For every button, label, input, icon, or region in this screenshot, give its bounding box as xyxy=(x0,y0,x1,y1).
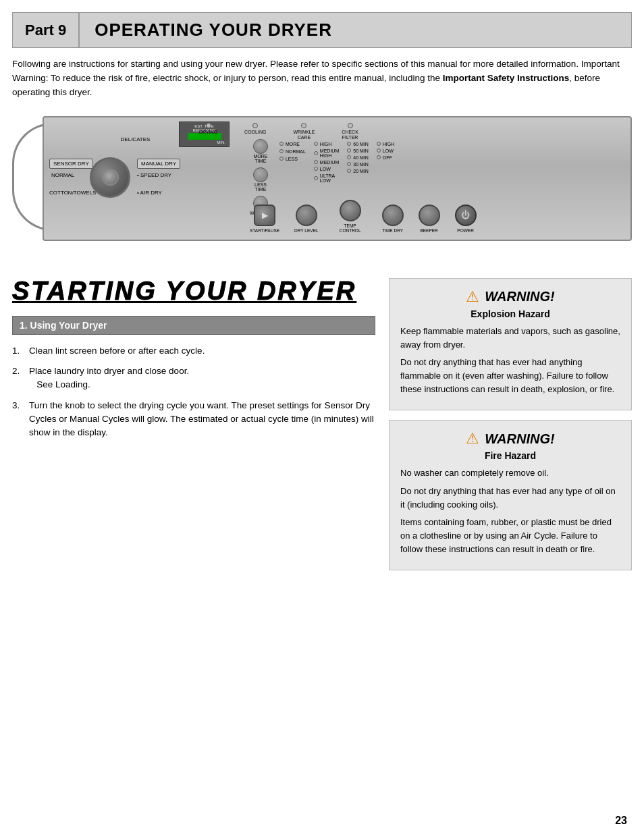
more-time-button[interactable] xyxy=(253,139,268,154)
explosion-warning-subtitle: Explosion Hazard xyxy=(400,308,620,319)
status-filter: CHECKFILTER xyxy=(342,123,358,141)
beeper-button[interactable] xyxy=(419,205,440,226)
fire-warning-box: ⚠ WARNING! Fire Hazard No washer can com… xyxy=(389,420,632,570)
item1-text: Clean lint screen before or after each c… xyxy=(29,344,205,358)
right-off: OFF xyxy=(377,155,395,160)
fire-warning-title: WARNING! xyxy=(485,431,554,447)
filter-indicator xyxy=(348,123,353,128)
panel-diagram: EST. TIME REMAINING MIN. DRYING COOLING … xyxy=(12,109,632,258)
fire-para1: No washer can completely remove oil. xyxy=(400,466,620,480)
manual-dry-button[interactable]: MANUAL DRY xyxy=(137,159,180,169)
more-time-label: MORETIME xyxy=(253,154,267,163)
item3-num: 3. xyxy=(12,399,26,440)
explosion-warning-text: Keep flammable materials and vapors, suc… xyxy=(400,325,620,397)
power-group: ⏻ POWER xyxy=(455,205,477,233)
time-dry-label: TIME DRY xyxy=(382,228,403,233)
item1-num: 1. xyxy=(12,344,26,358)
cycle-knob[interactable] xyxy=(90,157,130,198)
status-indicators: DRYING COOLING WRINKLECARE CHECKFILTER xyxy=(199,123,358,141)
time-40: 40 MIN xyxy=(347,155,369,160)
cooling-indicator xyxy=(252,123,258,128)
fire-warning-subtitle: Fire Hazard xyxy=(400,450,620,461)
drying-label: DRYING xyxy=(199,130,217,135)
air-dry-label: • AIR DRY xyxy=(137,190,162,196)
cycle-selector-area: DELICATES SENSOR DRY MANUAL DRY NORMAL •… xyxy=(49,136,184,205)
dry-level-label: DRY LEVEL xyxy=(294,228,319,233)
explosion-warning-box: ⚠ WARNING! Explosion Hazard Keep flammab… xyxy=(389,278,632,411)
dry-level-button[interactable] xyxy=(296,205,317,226)
explosion-warning-title: WARNING! xyxy=(485,289,554,304)
less-time-btn-group: LESSTIME xyxy=(250,167,271,192)
temp-med-high: MEDIUMHIGH xyxy=(314,148,339,158)
power-label: POWER xyxy=(457,228,474,233)
start-pause-label: START/PAUSE xyxy=(250,228,279,233)
fire-para3: Items containing foam, rubber, or plasti… xyxy=(400,516,620,556)
explosion-warning-header: ⚠ WARNING! xyxy=(400,288,620,306)
beeper-group: BEEPER xyxy=(419,205,440,233)
fire-warning-header: ⚠ WARNING! xyxy=(400,430,620,448)
intro-text: Following are instructions for starting … xyxy=(12,57,632,100)
intro-bold: Important Safety Instructions xyxy=(443,73,570,83)
left-column: STARTING YOUR DRYER 1. Using Your Dryer … xyxy=(12,278,389,571)
knob-inner xyxy=(102,169,119,186)
status-wrinkle: WRINKLECARE xyxy=(293,123,315,141)
temp-ultra-low: ULTRALOW xyxy=(314,173,339,183)
cooling-label: COOLING xyxy=(244,130,266,135)
main-content: STARTING YOUR DRYER 1. Using Your Dryer … xyxy=(12,278,632,571)
section1-header: 1. Using Your Dryer xyxy=(12,316,375,335)
drying-indicator xyxy=(206,123,211,128)
item2-text: Place laundry into dryer and close door.… xyxy=(29,364,189,392)
panel-body: EST. TIME REMAINING MIN. DRYING COOLING … xyxy=(43,116,632,241)
temp-control-button[interactable] xyxy=(340,200,361,221)
less-time-button[interactable] xyxy=(253,167,268,182)
temp-low: LOW xyxy=(314,167,339,171)
more-time-btn-group: MORETIME xyxy=(250,139,271,163)
time-50: 50 MIN xyxy=(347,148,369,153)
dl-more: MORE xyxy=(279,142,306,146)
dl-normal: NORMAL xyxy=(279,149,306,154)
dl-less: LESS xyxy=(279,157,306,161)
page-number: 23 xyxy=(615,815,627,827)
temp-med: MEDIUM xyxy=(314,160,339,165)
explosion-para2: Do not dry anything that has ever had an… xyxy=(400,356,620,396)
list-item-1: 1. Clean lint screen before or after eac… xyxy=(12,344,375,358)
item2-num: 2. xyxy=(12,364,26,392)
fire-para2: Do not dry anything that has ever had an… xyxy=(400,485,620,512)
status-drying: DRYING xyxy=(199,123,217,141)
section1-list: 1. Clean lint screen before or after eac… xyxy=(12,344,375,440)
temp-control-group: TEMP CONTROL xyxy=(333,200,367,233)
wrinkle-indicator xyxy=(301,123,306,128)
explosion-para1: Keep flammable materials and vapors, suc… xyxy=(400,325,620,352)
cotton-towels-label: COTTON/TOWELS xyxy=(49,190,97,196)
time-60: 60 MIN xyxy=(347,142,369,146)
temp-control-label: TEMP CONTROL xyxy=(333,223,367,233)
beeper-label: BEEPER xyxy=(420,228,437,233)
time-dry-group: TIME DRY xyxy=(382,205,404,233)
item3-text: Turn the knob to select the drying cycle… xyxy=(29,399,375,440)
speed-dry-label: • SPEED DRY xyxy=(137,172,171,178)
time-20: 20 MIN xyxy=(347,169,369,173)
bottom-buttons: ▶ START/PAUSE DRY LEVEL TEMP CONTROL TIM… xyxy=(250,200,622,233)
section1-title: Using Your Dryer xyxy=(30,320,107,331)
temp-high: HIGH xyxy=(314,142,339,146)
power-button[interactable]: ⏻ xyxy=(455,205,477,226)
less-time-label: LESSTIME xyxy=(254,182,267,192)
right-low: LOW xyxy=(377,148,395,153)
list-item-2: 2. Place laundry into dryer and close do… xyxy=(12,364,375,392)
sensor-dry-button[interactable]: SENSOR DRY xyxy=(49,159,93,169)
time-dry-button[interactable] xyxy=(382,205,404,226)
delicates-label: DELICATES xyxy=(86,136,184,142)
explosion-warning-icon: ⚠ xyxy=(466,288,479,306)
fire-warning-text: No washer can completely remove oil. Do … xyxy=(400,466,620,556)
start-pause-group: ▶ START/PAUSE xyxy=(250,205,279,233)
part-badge: Part 9 xyxy=(13,13,80,47)
status-cooling: COOLING xyxy=(244,123,266,141)
starting-heading: STARTING YOUR DRYER xyxy=(12,278,375,304)
min-label: MIN. xyxy=(183,140,225,144)
normal-label: NORMAL xyxy=(51,172,74,178)
right-column: ⚠ WARNING! Explosion Hazard Keep flammab… xyxy=(389,278,632,571)
right-high: HIGH xyxy=(377,142,395,146)
list-item-3: 3. Turn the knob to select the drying cy… xyxy=(12,399,375,440)
time-30: 30 MIN xyxy=(347,162,369,167)
start-pause-button[interactable]: ▶ xyxy=(254,205,275,226)
